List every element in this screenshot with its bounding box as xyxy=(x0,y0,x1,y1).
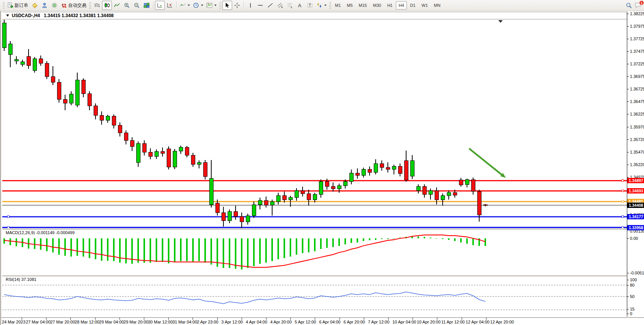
price-axis[interactable]: 1.382251.379751.377251.374751.372251.369… xyxy=(627,12,644,317)
price-tick-label: 1.35970 xyxy=(630,125,644,129)
symbol-dropdown-icon[interactable] xyxy=(6,14,9,17)
toolbar-grip[interactable] xyxy=(89,2,91,9)
rsi-tick xyxy=(627,280,629,280)
auto-scroll-button[interactable] xyxy=(155,1,165,10)
line-handle[interactable] xyxy=(622,179,624,182)
trendline-icon xyxy=(267,2,273,8)
macd-panel[interactable]: MACD(12,26,9) -0.001149 -0.000499 xyxy=(2,230,627,275)
line-handle[interactable] xyxy=(622,216,624,218)
crosshair-button[interactable] xyxy=(232,1,242,10)
price-chart-panel[interactable] xyxy=(2,20,627,228)
main-toolbar: 新订单 自动交易 xyxy=(0,0,644,11)
line-handle[interactable] xyxy=(622,190,624,192)
time-tick-label: 28 Mar 12:00 xyxy=(75,320,99,324)
equidistant-channel-tool[interactable]: E xyxy=(275,1,285,10)
rsi-tick xyxy=(627,296,629,297)
candle-bear xyxy=(331,187,335,189)
candle-bull xyxy=(197,162,201,164)
timeframe-m1[interactable]: M1 xyxy=(332,1,343,10)
timeframe-d1[interactable]: D1 xyxy=(408,1,418,10)
candle-bull xyxy=(69,94,73,103)
time-tick-label: 24 Mar 2023 xyxy=(2,320,26,324)
mt4-application: 新订单 自动交易 xyxy=(0,0,644,325)
timeframe-h4[interactable]: H4 xyxy=(396,1,406,10)
candle-bear xyxy=(112,116,116,125)
candle-bear xyxy=(130,140,134,146)
time-tick xyxy=(290,318,291,320)
current-price-tag: 1.34408 xyxy=(627,203,644,208)
rsi-panel[interactable]: RSI(14) 37.1081 xyxy=(2,276,627,316)
macd-tick xyxy=(627,273,629,273)
rsi-tick-label: 0 xyxy=(630,311,632,316)
price-tick-label: 1.36975 xyxy=(630,74,644,79)
time-tick xyxy=(120,318,120,320)
price-tick xyxy=(627,101,629,102)
candle-bear xyxy=(39,59,43,63)
metaeditor-button[interactable] xyxy=(30,1,40,10)
candle-bear xyxy=(398,166,402,173)
candle-bear xyxy=(100,115,104,120)
fibonacci-tool[interactable]: F xyxy=(285,1,295,10)
chart-caption[interactable]: USDCAD-,H4 1.34415 1.34432 1.34381 1.344… xyxy=(2,12,627,19)
timeframe-m5[interactable]: M5 xyxy=(344,1,355,10)
chart-shift-button[interactable] xyxy=(165,1,175,10)
price-tag-1.34177: 1.34177 xyxy=(627,214,644,219)
signals-button[interactable] xyxy=(49,1,59,10)
horizontal-line-tool[interactable] xyxy=(255,1,265,10)
timeframe-m15[interactable]: M15 xyxy=(356,1,370,10)
time-tick xyxy=(144,318,144,320)
community-button[interactable] xyxy=(40,1,49,10)
candle-bear xyxy=(45,63,49,77)
cursor-button[interactable] xyxy=(222,1,232,10)
timeframe-h1[interactable]: H1 xyxy=(384,1,395,10)
autotrading-button[interactable]: 自动交易 xyxy=(59,1,88,10)
timeframe-w1[interactable]: W1 xyxy=(419,1,431,10)
candle-bull xyxy=(343,182,347,186)
person-cloud-icon xyxy=(41,2,48,8)
candle-bear xyxy=(161,151,164,153)
macd-tick xyxy=(627,238,629,239)
new-order-button[interactable]: 新订单 xyxy=(6,1,30,10)
timeframe-mn[interactable]: MN xyxy=(431,1,443,10)
candle-bear xyxy=(471,179,475,192)
candlestick-chart-button[interactable] xyxy=(102,1,112,10)
tile-windows-button[interactable] xyxy=(142,1,151,10)
zoom-in-button[interactable] xyxy=(122,1,132,10)
svg-text:E: E xyxy=(281,6,283,8)
rsi-label: RSI(14) 37.1081 xyxy=(6,277,37,282)
timeframe-m30[interactable]: M30 xyxy=(370,1,384,10)
time-axis[interactable]: 24 Mar 202327 Mar 04:0027 Mar 20:0028 Ma… xyxy=(1,317,644,325)
text-tool[interactable]: A xyxy=(295,1,305,10)
zoom-out-button[interactable] xyxy=(132,1,142,10)
templates-button[interactable] xyxy=(205,1,218,10)
arrows-tool[interactable] xyxy=(315,1,328,10)
time-tick xyxy=(242,318,242,320)
line-handle[interactable] xyxy=(622,200,624,203)
candle-bear xyxy=(355,173,359,176)
toolbar-grip[interactable] xyxy=(219,2,221,9)
bar-chart-button[interactable] xyxy=(92,1,102,10)
dropdown-caret xyxy=(324,5,327,6)
price-tick xyxy=(627,26,629,27)
candle-bear xyxy=(63,99,67,103)
trendline-tool[interactable] xyxy=(265,1,275,10)
text-label-tool[interactable]: T xyxy=(305,1,315,10)
toolbar-grip[interactable] xyxy=(3,2,5,9)
line-handle[interactable] xyxy=(7,216,10,218)
line-chart-button[interactable] xyxy=(112,1,122,10)
candle-bull xyxy=(295,190,298,197)
search-icon[interactable] xyxy=(626,2,632,9)
chat-button[interactable]: 1 xyxy=(634,2,642,9)
new-order-icon xyxy=(7,2,13,8)
time-tick-label: 10 Apr 04:00 xyxy=(392,320,416,324)
time-tick xyxy=(486,318,486,320)
candle-bull xyxy=(337,185,341,189)
vertical-line-tool[interactable] xyxy=(245,1,255,10)
vertical-line-icon xyxy=(247,2,253,8)
dropdown-caret xyxy=(214,5,217,6)
periods-button[interactable] xyxy=(191,1,205,10)
indicators-button[interactable] xyxy=(178,1,191,10)
chart-ohlc-quotes: 1.34415 1.34432 1.34381 1.34408 xyxy=(44,13,114,18)
toolbar-grip[interactable] xyxy=(329,2,331,9)
price-tag-1.34693: 1.34693 xyxy=(627,188,644,193)
